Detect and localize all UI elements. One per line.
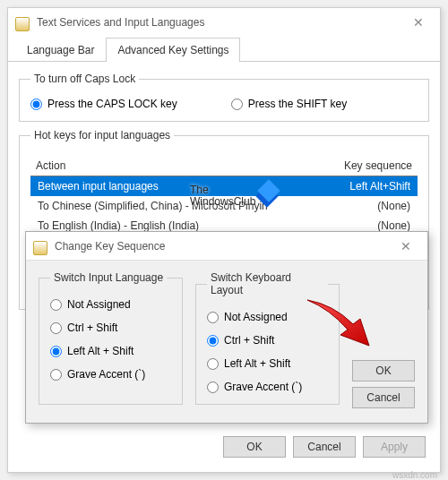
apply-button[interactable]: Apply [363, 436, 426, 458]
radio-caps-lock-input[interactable] [30, 99, 42, 110]
tab-strip: Language Bar Advanced Key Settings [8, 37, 440, 62]
radio-grave-accent[interactable]: Grave Accent (`) [50, 368, 171, 381]
main-title: Text Services and Input Languages [37, 16, 404, 29]
radio-caps-lock-key[interactable]: Press the CAPS LOCK key [30, 98, 177, 110]
close-icon[interactable]: ✕ [404, 15, 433, 30]
radio-left-alt-shift[interactable]: Left Alt + Shift [50, 345, 171, 357]
switch-input-language-group: Switch Input Language Not Assigned Ctrl … [39, 271, 183, 405]
caps-lock-group: To turn off Caps Lock Press the CAPS LOC… [19, 73, 429, 122]
sub-title: Change Key Sequence [55, 240, 392, 253]
table-row[interactable]: Between input languages Left Alt+Shift [30, 176, 418, 196]
sub-titlebar: Change Key Sequence ✕ [26, 232, 427, 261]
col-key-sequence: Key sequence [323, 159, 412, 172]
tab-language-bar[interactable]: Language Bar [15, 38, 106, 62]
cancel-button[interactable]: Cancel [352, 387, 415, 408]
hotkeys-legend: Hot keys for input languages [30, 129, 174, 141]
table-row[interactable]: To Chinese (Simplified, China) - Microso… [30, 196, 418, 216]
radio-not-assigned[interactable]: Not Assigned [207, 311, 328, 323]
radio-shift-input[interactable] [231, 99, 243, 110]
ok-button[interactable]: OK [223, 436, 286, 458]
caps-lock-legend: To turn off Caps Lock [30, 73, 139, 85]
keyboard-icon [33, 241, 47, 255]
radio-not-assigned[interactable]: Not Assigned [50, 298, 171, 311]
keyboard-icon [15, 17, 30, 31]
attribution: wsxdn.com [392, 470, 437, 480]
ok-button[interactable]: OK [352, 360, 415, 381]
col-action: Action [36, 159, 323, 172]
radio-shift-key[interactable]: Press the SHIFT key [231, 98, 347, 110]
change-key-sequence-dialog: Change Key Sequence ✕ Switch Input Langu… [25, 231, 428, 424]
close-icon[interactable]: ✕ [392, 239, 420, 253]
tab-advanced-key-settings[interactable]: Advanced Key Settings [106, 38, 240, 62]
radio-left-alt-shift[interactable]: Left Alt + Shift [207, 357, 328, 370]
main-titlebar: Text Services and Input Languages ✕ [8, 8, 440, 37]
cancel-button[interactable]: Cancel [293, 436, 356, 458]
radio-ctrl-shift[interactable]: Ctrl + Shift [50, 321, 171, 334]
radio-ctrl-shift[interactable]: Ctrl + Shift [207, 334, 328, 347]
radio-grave-accent[interactable]: Grave Accent (`) [207, 381, 328, 393]
main-button-row: OK Cancel Apply [223, 436, 426, 458]
switch-keyboard-layout-group: Switch Keyboard Layout Not Assigned Ctrl… [195, 271, 340, 405]
